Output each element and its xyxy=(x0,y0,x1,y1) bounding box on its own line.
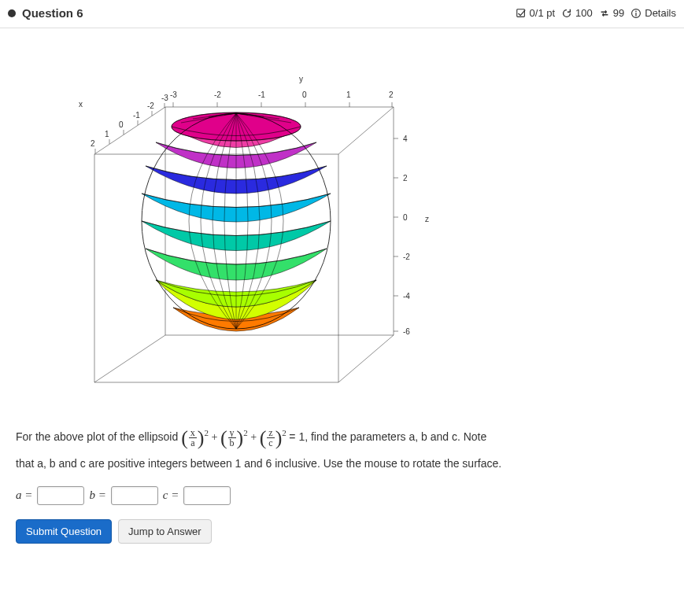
action-buttons: Submit Question Jump to Answer xyxy=(16,519,668,544)
jump-button[interactable]: Jump to Answer xyxy=(118,519,212,544)
score-block: 0/1 pt xyxy=(516,7,556,19)
b-input[interactable] xyxy=(111,486,158,505)
ellipsoid-plot[interactable]: 2 1 0 -1 -2 -3 x -3 -2 -1 0 1 2 y 4 2 0 … xyxy=(16,44,457,406)
svg-text:4: 4 xyxy=(403,135,408,143)
svg-line-11 xyxy=(338,335,394,382)
svg-text:-2: -2 xyxy=(147,101,154,110)
svg-rect-3 xyxy=(636,13,637,16)
svg-text:-2: -2 xyxy=(403,253,410,261)
svg-text:-3: -3 xyxy=(170,90,177,99)
svg-text:-3: -3 xyxy=(161,94,168,102)
svg-text:1: 1 xyxy=(346,90,351,99)
ellipsoid-surface xyxy=(142,113,331,331)
status-dot-icon xyxy=(8,9,16,17)
svg-text:2: 2 xyxy=(403,174,408,183)
svg-text:0: 0 xyxy=(119,120,124,129)
details-text: Details xyxy=(645,7,676,19)
svg-text:-1: -1 xyxy=(258,90,265,99)
checkbox-icon xyxy=(516,8,527,19)
prompt-tail: = 1, find the parameters a, b and c. Not… xyxy=(289,430,486,443)
retries-block: 100 xyxy=(561,7,593,19)
c-input[interactable] xyxy=(183,486,231,505)
question-title-block: Question 6 xyxy=(8,6,83,20)
question-body: 2 1 0 -1 -2 -3 x -3 -2 -1 0 1 2 y 4 2 0 … xyxy=(0,28,684,567)
prompt-line2: that a, b and c are positive integers be… xyxy=(16,457,501,470)
info-icon xyxy=(630,8,641,19)
prompt-text: For the above plot of the ellipsoid (xa)… xyxy=(16,422,668,472)
svg-text:0: 0 xyxy=(403,213,408,222)
svg-text:z: z xyxy=(425,215,429,223)
answer-inputs: a = b = c = xyxy=(16,486,668,505)
svg-text:-6: -6 xyxy=(403,327,410,336)
c-label: c = xyxy=(163,489,179,502)
a-input[interactable] xyxy=(37,486,84,505)
details-link[interactable]: Details xyxy=(630,7,676,19)
svg-line-13 xyxy=(338,107,394,154)
svg-text:1: 1 xyxy=(105,130,109,138)
attempts-text: 99 xyxy=(613,7,624,19)
question-meta: 0/1 pt 100 99 Details xyxy=(516,7,676,19)
b-label: b = xyxy=(89,489,105,502)
swap-icon xyxy=(599,8,610,19)
svg-point-2 xyxy=(635,10,637,12)
svg-text:-4: -4 xyxy=(403,292,410,301)
retries-text: 100 xyxy=(575,7,593,19)
svg-text:-1: -1 xyxy=(133,111,140,120)
svg-text:y: y xyxy=(299,75,303,83)
question-header: Question 6 0/1 pt 100 99 xyxy=(0,0,684,28)
svg-line-10 xyxy=(94,335,165,382)
attempts-block: 99 xyxy=(599,7,624,19)
equation: (xa)2 + (yb)2 + (zc)2 xyxy=(181,431,289,443)
score-text: 0/1 pt xyxy=(530,7,556,19)
a-label: a = xyxy=(16,489,32,502)
question-label: Question 6 xyxy=(22,6,83,20)
svg-text:-2: -2 xyxy=(214,90,221,99)
svg-text:0: 0 xyxy=(302,90,307,99)
retry-icon xyxy=(561,8,572,19)
prompt-lead: For the above plot of the ellipsoid xyxy=(16,430,181,443)
svg-text:2: 2 xyxy=(389,90,394,99)
svg-text:x: x xyxy=(79,100,83,109)
svg-text:2: 2 xyxy=(91,139,95,148)
submit-button[interactable]: Submit Question xyxy=(16,519,112,544)
